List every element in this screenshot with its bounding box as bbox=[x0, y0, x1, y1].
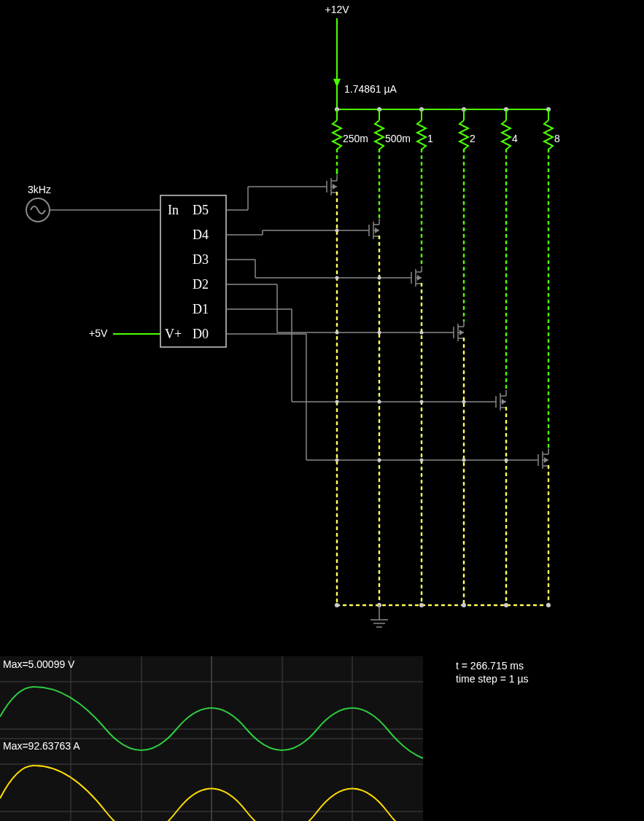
svg-text:8: 8 bbox=[554, 133, 560, 144]
scope-max-current: Max=92.63763 A bbox=[3, 740, 80, 752]
svg-point-116 bbox=[378, 276, 381, 280]
svg-text:1: 1 bbox=[427, 133, 433, 144]
svg-point-123 bbox=[462, 400, 466, 404]
svg-point-77 bbox=[504, 603, 508, 607]
svg-point-117 bbox=[378, 331, 381, 335]
svg-text:D1: D1 bbox=[193, 302, 209, 316]
svg-text:D4: D4 bbox=[193, 227, 209, 242]
mosfet-d2[interactable] bbox=[454, 321, 464, 605]
ac-source[interactable] bbox=[26, 198, 50, 222]
svg-point-111 bbox=[335, 229, 339, 233]
svg-text:D2: D2 bbox=[193, 277, 209, 292]
supply-5v-label: +5V bbox=[89, 327, 108, 339]
svg-text:D5: D5 bbox=[193, 203, 209, 217]
resistor-r3[interactable]: 2 bbox=[459, 109, 476, 321]
svg-point-118 bbox=[378, 400, 381, 404]
adc-block[interactable]: In D5 D4 D3 D2 D1 D0 V+ bbox=[160, 195, 226, 347]
resistor-r4[interactable]: 4 bbox=[502, 109, 518, 390]
svg-text:V+: V+ bbox=[165, 327, 182, 341]
scope-timestep: time step = 1 µs bbox=[456, 673, 529, 685]
svg-point-113 bbox=[335, 331, 339, 335]
current-arrow-icon bbox=[333, 79, 341, 87]
svg-point-112 bbox=[335, 276, 339, 280]
svg-point-115 bbox=[335, 459, 339, 462]
svg-point-73 bbox=[335, 603, 339, 607]
svg-marker-62 bbox=[502, 399, 506, 405]
svg-point-119 bbox=[378, 459, 381, 462]
svg-text:In: In bbox=[168, 203, 179, 217]
svg-marker-70 bbox=[544, 457, 548, 463]
svg-text:250m: 250m bbox=[343, 133, 368, 144]
resistor-r5[interactable]: 8 bbox=[544, 109, 560, 448]
svg-text:500m: 500m bbox=[385, 133, 411, 144]
current-probe-label: 1.74861 µA bbox=[344, 83, 397, 95]
svg-rect-84 bbox=[160, 195, 226, 347]
resistor-r1[interactable]: 500m bbox=[375, 109, 411, 219]
svg-marker-38 bbox=[375, 227, 379, 233]
svg-marker-54 bbox=[459, 330, 464, 335]
svg-point-125 bbox=[505, 459, 508, 462]
mosfet-d3[interactable] bbox=[411, 266, 422, 605]
scope-time: t = 266.715 ms bbox=[456, 660, 524, 672]
svg-point-120 bbox=[420, 331, 424, 335]
svg-point-75 bbox=[419, 603, 424, 607]
svg-marker-46 bbox=[417, 275, 422, 281]
svg-marker-30 bbox=[333, 184, 337, 190]
svg-text:D3: D3 bbox=[193, 252, 209, 267]
svg-point-122 bbox=[420, 459, 424, 462]
mosfet-d0[interactable] bbox=[538, 448, 548, 605]
mosfet-d1[interactable] bbox=[496, 390, 506, 605]
circuit-canvas[interactable]: +12V 1.74861 µA 250m 500m 1 2 4 8 bbox=[0, 0, 644, 821]
scope-max-voltage: Max=5.00099 V bbox=[3, 658, 75, 670]
svg-point-76 bbox=[462, 603, 466, 607]
svg-text:2: 2 bbox=[470, 133, 476, 144]
svg-text:4: 4 bbox=[512, 133, 518, 144]
svg-point-121 bbox=[420, 400, 424, 404]
mosfet-d5[interactable] bbox=[327, 171, 337, 605]
svg-text:D0: D0 bbox=[193, 327, 209, 341]
svg-point-114 bbox=[335, 400, 339, 404]
svg-point-124 bbox=[462, 459, 466, 462]
resistor-r0[interactable]: 250m bbox=[333, 109, 368, 171]
svg-point-78 bbox=[546, 603, 551, 607]
mosfet-d4[interactable] bbox=[369, 219, 379, 605]
source-freq-label: 3kHz bbox=[28, 184, 51, 195]
supply-12v-label: +12V bbox=[325, 4, 349, 15]
resistor-r2[interactable]: 1 bbox=[417, 109, 433, 266]
